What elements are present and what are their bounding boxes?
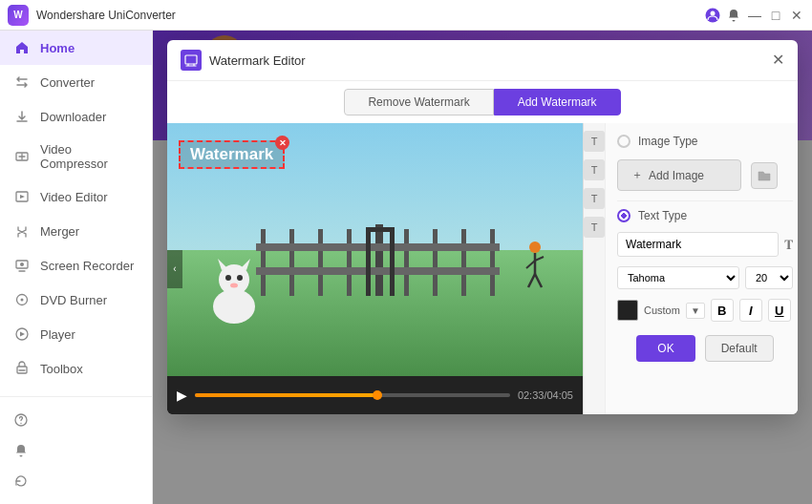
content-area: ♪ ☆ Wondershare UniConverter 13 [153,31,812,504]
color-dropdown-btn[interactable]: ▼ [686,303,705,319]
modal-header: Watermark Editor ✕ [167,40,798,81]
user-icon-btn[interactable] [705,8,720,23]
modal-icon [181,50,202,71]
sidebar-item-video-editor[interactable]: Video Editor [0,179,152,214]
size-select[interactable]: 20 12 14 18 24 [745,266,793,289]
video-preview: Watermark ✕ ‹ ▶ [167,123,583,414]
sidebar-item-converter[interactable]: Converter [0,65,152,99]
svg-line-39 [535,274,542,287]
play-btn[interactable]: ▶ [177,388,187,403]
video-controls: ▶ 02:33/04:05 [167,376,583,414]
tab-add-watermark[interactable]: Add Watermark [494,89,621,116]
bold-btn[interactable]: B [711,299,734,322]
toolbox-icon [13,360,31,377]
svg-rect-20 [461,229,466,296]
close-btn[interactable]: ✕ [789,8,804,23]
prev-frame-btn[interactable]: ‹ [167,250,182,288]
font-row: Tahoma Arial Times New Roman 20 12 14 18… [617,266,793,289]
video-scene: Watermark ✕ [167,123,583,376]
modal-sidebar-tools: T T T T [583,123,605,414]
sidebar-item-dvd-burner[interactable]: DVD Burner [0,283,152,317]
folder-btn[interactable] [751,162,778,189]
notification-bell-btn[interactable] [0,435,152,466]
image-type-option: Image Type [617,135,793,148]
watermark-overlay[interactable]: Watermark ✕ [179,140,285,169]
svg-rect-21 [490,229,495,296]
sidebar-item-toolbox[interactable]: Toolbox [0,351,152,386]
underline-btn[interactable]: U [768,299,791,322]
home-icon [13,39,31,56]
compressor-icon [13,148,31,165]
image-type-radio[interactable] [617,135,630,148]
svg-rect-14 [289,229,294,296]
progress-bar[interactable] [195,393,510,397]
screen-recorder-icon [13,257,31,274]
svg-rect-15 [318,229,323,296]
svg-line-38 [528,274,535,287]
modal-title: Watermark Editor [209,53,306,68]
modal-tabs: Remove Watermark Add Watermark [167,81,798,123]
app-logo: W [8,5,29,26]
modal-right-panel: Image Type ＋ Add Image [605,123,798,414]
title-bar: W Wondershare UniConverter — □ ✕ [0,0,812,31]
svg-line-37 [535,257,544,261]
sidebar-tool-1[interactable]: T [584,131,605,152]
svg-point-1 [711,10,716,15]
help-btn[interactable] [0,405,152,435]
image-type-label: Image Type [638,135,697,148]
refresh-btn[interactable] [0,466,152,496]
app-title: Wondershare UniConverter [36,9,705,22]
sidebar-item-player[interactable]: Player [0,317,152,351]
sidebar-item-screen-recorder[interactable]: Screen Recorder [0,248,152,283]
italic-btn[interactable]: I [739,299,762,322]
modal-content: Watermark ✕ ‹ ▶ [167,123,798,414]
svg-point-32 [237,275,243,281]
svg-line-36 [526,261,535,268]
svg-point-11 [20,423,21,424]
color-label: Custom [644,304,680,316]
text-format-icon-1[interactable]: 𝐓 [784,237,793,253]
sidebar-item-downloader[interactable]: Downloader [0,99,152,134]
maximize-btn[interactable]: □ [768,8,783,23]
svg-point-7 [21,299,24,302]
svg-marker-30 [241,259,250,270]
dvd-burner-icon [13,291,31,308]
style-row: Custom ▼ B I U [617,299,793,322]
sidebar: Home Converter Downloader Video Compress… [0,31,153,504]
add-image-btn[interactable]: ＋ Add Image [617,159,741,191]
converter-icon [13,74,31,91]
ok-btn[interactable]: OK [636,335,694,362]
svg-point-33 [230,284,238,288]
sidebar-item-merger[interactable]: Merger [0,214,152,248]
action-buttons: OK Default [617,335,793,362]
sidebar-item-home[interactable]: Home [0,31,152,65]
sidebar-tool-4[interactable]: T [584,217,605,238]
notification-icon-btn[interactable] [726,8,741,23]
video-editor-icon [13,188,31,205]
svg-rect-17 [375,224,383,296]
merger-icon [13,222,31,240]
text-input-row: 𝐓 [617,232,793,257]
default-btn[interactable]: Default [705,335,774,362]
time-display: 02:33/04:05 [518,389,573,401]
svg-rect-23 [256,267,500,275]
svg-rect-25 [390,227,395,296]
svg-rect-18 [404,229,409,296]
fence-svg [232,220,519,305]
modal-close-btn[interactable]: ✕ [772,52,784,68]
text-type-option: Text Type [617,209,793,222]
text-type-label: Text Type [638,209,687,222]
window-controls: — □ ✕ [705,8,804,23]
svg-point-31 [225,275,231,281]
color-box[interactable] [617,300,638,321]
svg-rect-22 [256,243,500,251]
cat-figure [201,240,267,326]
sidebar-item-video-compressor[interactable]: Video Compressor [0,134,152,179]
sidebar-tool-3[interactable]: T [584,188,605,209]
sidebar-tool-2[interactable]: T [584,159,605,180]
font-select[interactable]: Tahoma Arial Times New Roman [617,266,739,289]
text-type-radio[interactable] [617,209,630,222]
watermark-text-input[interactable] [617,232,779,257]
tab-remove-watermark[interactable]: Remove Watermark [344,89,493,116]
minimize-btn[interactable]: — [747,8,762,23]
